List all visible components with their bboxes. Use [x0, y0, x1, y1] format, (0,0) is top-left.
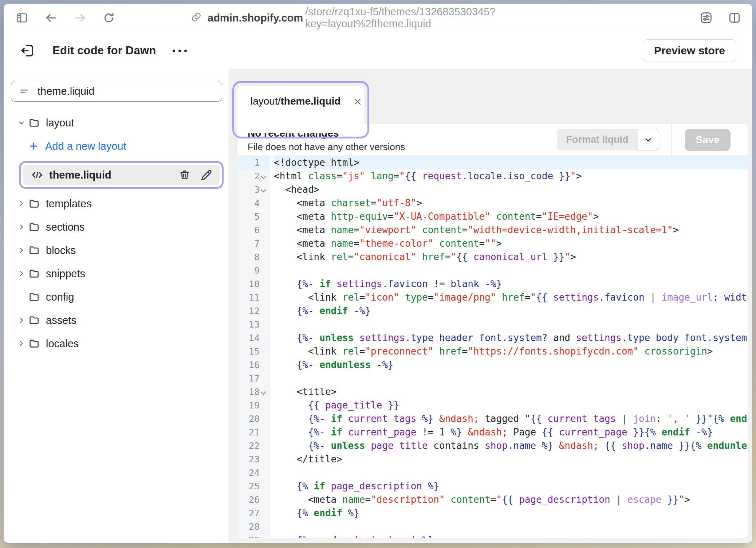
- line-number: 22: [237, 439, 269, 453]
- folder-icon: [28, 198, 40, 210]
- code-line[interactable]: 8 <link rel="canonical" href="{{ canonic…: [237, 250, 748, 264]
- editor-card: No recent changes File does not have any…: [237, 124, 748, 538]
- sidebar-item-label: config: [46, 291, 74, 303]
- add-new-layout-label: Add a new layout: [45, 140, 126, 152]
- code-line[interactable]: 16 {%- endunless -%}: [237, 358, 748, 372]
- preview-store-button[interactable]: Preview store: [643, 39, 736, 62]
- sidebar-item-label: locales: [46, 338, 79, 350]
- desktop-wallpaper: admin.shopify.com/store/rzq1xu-f5/themes…: [0, 0, 756, 548]
- code-line[interactable]: 25 {% if page_description %}: [237, 480, 748, 493]
- fold-marker[interactable]: [260, 183, 269, 196]
- code-line[interactable]: 7 <meta name="theme-color" content="">: [237, 237, 748, 250]
- sidebar-item-label: snippets: [46, 268, 85, 280]
- reload-button[interactable]: [103, 12, 115, 24]
- sidebar-item-assets[interactable]: assets: [4, 309, 229, 332]
- sidebar-item-templates[interactable]: templates: [4, 192, 229, 215]
- code-line[interactable]: 11 <link rel="icon" type="image/png" hre…: [237, 291, 748, 304]
- file-search-box[interactable]: [11, 81, 222, 102]
- code-line[interactable]: 27 {% endif %}: [237, 506, 748, 520]
- folder-icon: [28, 244, 40, 256]
- line-number: 27: [237, 506, 269, 520]
- code-line[interactable]: 29 {% render 'meta-tags' %}: [237, 533, 748, 538]
- fold-spacer: [260, 277, 269, 291]
- code-line[interactable]: 19 {{ page_title }}: [237, 399, 748, 412]
- code-line[interactable]: 28: [237, 520, 748, 533]
- code-line[interactable]: 12 {%- endif -%}: [237, 304, 748, 318]
- fold-spacer: [260, 372, 269, 385]
- code-editor[interactable]: 1<!doctype html>2<html class="js" lang="…: [237, 156, 748, 538]
- chevron-right-icon[interactable]: [17, 246, 28, 254]
- code-line[interactable]: 15 <link rel="preconnect" href="https://…: [237, 345, 748, 358]
- fold-spacer: [260, 156, 269, 169]
- file-sidebar: layout Add a new layout: [4, 69, 229, 543]
- more-button[interactable]: [173, 50, 187, 52]
- file-search-input[interactable]: [38, 85, 190, 97]
- code-line[interactable]: 6 <meta name="viewport" content="width=d…: [237, 223, 748, 237]
- line-number: 5: [237, 210, 269, 223]
- exit-button[interactable]: [20, 43, 35, 58]
- sidebar-item-locales[interactable]: locales: [4, 332, 229, 355]
- line-number: 12: [237, 304, 269, 318]
- line-number: 10: [237, 277, 269, 291]
- code-line[interactable]: 13: [237, 318, 748, 331]
- fold-marker[interactable]: [260, 385, 269, 399]
- line-number: 9: [237, 264, 269, 277]
- code-line[interactable]: 17: [237, 372, 748, 385]
- code-line[interactable]: 22 {%- unless page_title contains shop.n…: [237, 439, 748, 453]
- code-line[interactable]: 26 <meta name="description" content="{{ …: [237, 493, 748, 506]
- fold-marker[interactable]: [260, 169, 269, 183]
- sidebar-toggle-icon[interactable]: [15, 11, 28, 24]
- code-line[interactable]: 9: [237, 264, 748, 277]
- browser-window: admin.shopify.com/store/rzq1xu-f5/themes…: [4, 4, 752, 543]
- code-line[interactable]: 10 {%- if settings.favicon != blank -%}: [237, 277, 748, 291]
- chevron-right-icon[interactable]: [17, 200, 28, 208]
- selected-file-ring: theme.liquid: [19, 161, 224, 189]
- fold-spacer: [260, 196, 269, 210]
- code-line[interactable]: 5 <meta http-equiv="X-UA-Compatible" con…: [237, 210, 748, 223]
- code-line[interactable]: 3 <head>: [237, 183, 748, 196]
- code-line[interactable]: 1<!doctype html>: [237, 156, 748, 169]
- add-new-layout-button[interactable]: Add a new layout: [4, 134, 229, 158]
- fold-spacer: [260, 250, 269, 264]
- sidebar-item-blocks[interactable]: blocks: [4, 239, 229, 262]
- line-number: 19: [237, 399, 269, 412]
- delete-file-button[interactable]: [179, 169, 190, 181]
- split-view-icon[interactable]: [728, 11, 741, 25]
- sidebar-item-config[interactable]: config: [4, 285, 229, 309]
- chevron-right-icon[interactable]: [17, 316, 28, 324]
- chevron-down-icon[interactable]: [17, 119, 28, 127]
- file-tab[interactable]: layout/theme.liquid: [237, 86, 364, 133]
- chevron-right-icon[interactable]: [17, 270, 28, 278]
- code-line[interactable]: 24: [237, 466, 748, 480]
- format-liquid-button[interactable]: Format liquid: [557, 129, 638, 150]
- code-line[interactable]: 18 <title>: [237, 385, 748, 399]
- line-number: 6: [237, 223, 269, 237]
- code-line[interactable]: 2<html class="js" lang="{{ request.local…: [237, 169, 748, 183]
- rename-file-button[interactable]: [201, 169, 212, 181]
- sidebar-item-theme-liquid[interactable]: theme.liquid: [23, 165, 220, 185]
- sidebar-item-snippets[interactable]: snippets: [4, 262, 229, 285]
- chevron-right-icon[interactable]: [17, 223, 28, 231]
- code-line[interactable]: 20 {%- if current_tags %} &ndash; tagged…: [237, 412, 748, 426]
- fold-spacer: [260, 480, 269, 493]
- code-line[interactable]: 23 </title>: [237, 453, 748, 466]
- fold-spacer: [260, 439, 269, 453]
- back-button[interactable]: [44, 11, 58, 24]
- format-liquid-dropdown[interactable]: [638, 129, 659, 150]
- forward-button[interactable]: [74, 11, 87, 24]
- code-line[interactable]: 14 {%- unless settings.type_header_font.…: [237, 331, 748, 345]
- tune-icon[interactable]: [699, 11, 713, 25]
- line-number: 16: [237, 358, 269, 372]
- close-tab-button[interactable]: [353, 97, 362, 106]
- filter-icon: [19, 86, 30, 97]
- line-number: 1: [237, 156, 269, 169]
- sidebar-item-sections[interactable]: sections: [4, 215, 229, 239]
- address-bar[interactable]: admin.shopify.com/store/rzq1xu-f5/themes…: [191, 4, 565, 32]
- sidebar-item-layout[interactable]: layout: [4, 111, 229, 134]
- pencil-icon: [201, 169, 212, 181]
- save-button[interactable]: Save: [685, 129, 731, 151]
- code-line[interactable]: 21 {%- if current_page != 1 %} &ndash; P…: [237, 426, 748, 439]
- chevron-right-icon[interactable]: [17, 340, 28, 348]
- code-line[interactable]: 4 <meta charset="utf-8">: [237, 196, 748, 210]
- fold-spacer: [260, 426, 269, 439]
